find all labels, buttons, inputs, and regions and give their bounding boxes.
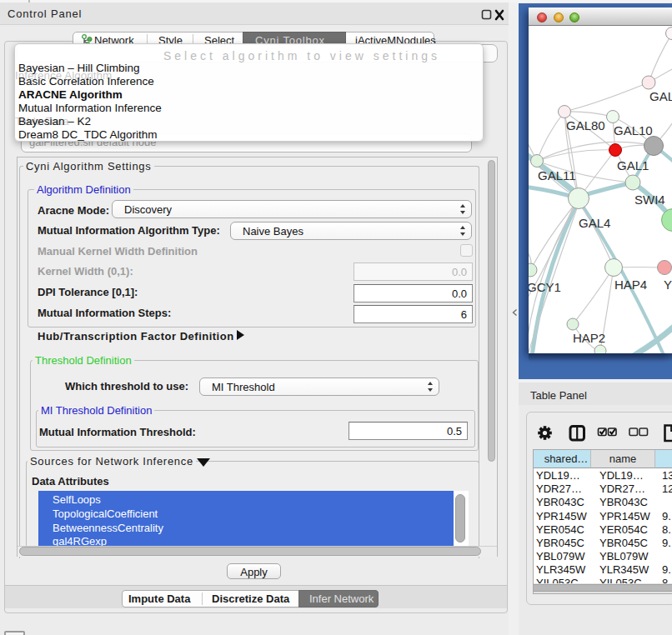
svg-text:GAL80: GAL80 bbox=[566, 118, 605, 132]
svg-text:GCY1: GCY1 bbox=[529, 280, 561, 294]
svg-text:GAL10: GAL10 bbox=[614, 123, 653, 138]
svg-text:Y: Y bbox=[664, 278, 672, 292]
svg-text:GAL1: GAL1 bbox=[617, 158, 649, 172]
svg-text:GAL11: GAL11 bbox=[538, 168, 576, 182]
svg-text:SWI4: SWI4 bbox=[634, 192, 665, 207]
svg-text:HAP2: HAP2 bbox=[573, 331, 605, 345]
svg-text:GAL4: GAL4 bbox=[579, 216, 610, 230]
svg-text:GAL8: GAL8 bbox=[649, 89, 672, 103]
svg-text:HAP4: HAP4 bbox=[614, 278, 647, 292]
